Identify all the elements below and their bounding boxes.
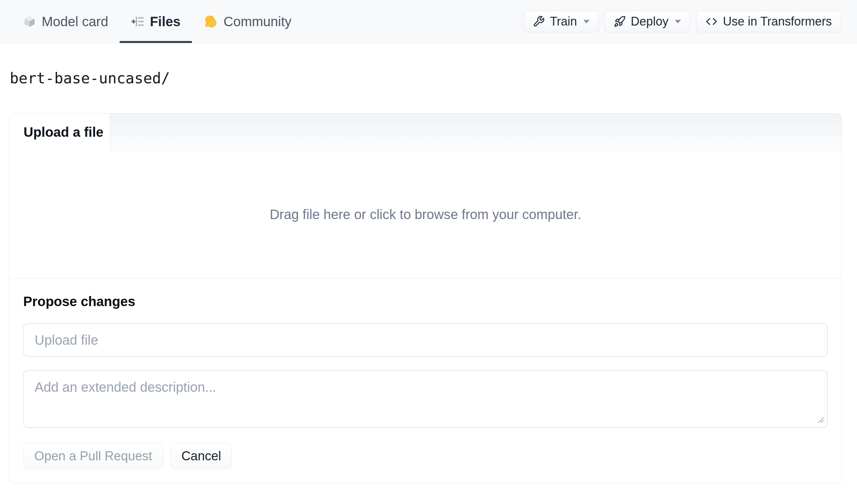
use-in-transformers-label: Use in Transformers bbox=[723, 14, 832, 29]
open-pull-request-label: Open a Pull Request bbox=[34, 449, 152, 463]
file-versions-icon bbox=[131, 15, 145, 28]
tab-files-label: Files bbox=[150, 14, 181, 29]
tab-community[interactable]: Community bbox=[192, 0, 303, 43]
deploy-button[interactable]: Deploy bbox=[605, 11, 690, 32]
tab-community-label: Community bbox=[223, 14, 291, 29]
waving-hand-icon bbox=[203, 14, 218, 29]
propose-changes-heading: Propose changes bbox=[23, 294, 828, 309]
upload-panel: Upload a file Drag file here or click to… bbox=[9, 113, 842, 484]
open-pull-request-button[interactable]: Open a Pull Request bbox=[23, 443, 163, 469]
propose-changes-section: Propose changes Open a Pull Request Canc… bbox=[10, 279, 842, 483]
train-button-label: Train bbox=[550, 14, 577, 29]
description-field-wrap bbox=[23, 370, 828, 428]
breadcrumb[interactable]: bert-base-uncased/ bbox=[10, 68, 170, 88]
train-button[interactable]: Train bbox=[524, 11, 599, 32]
textarea-resize-grip-icon[interactable] bbox=[816, 415, 824, 425]
dropzone-text: Drag file here or click to browse from y… bbox=[270, 207, 581, 222]
cancel-button[interactable]: Cancel bbox=[171, 443, 232, 469]
repo-nav-tabs: Model card Files bbox=[12, 0, 303, 43]
repo-action-buttons: Train Deploy Use in Tran bbox=[524, 0, 841, 43]
deploy-button-label: Deploy bbox=[631, 14, 669, 29]
cancel-label: Cancel bbox=[182, 449, 221, 463]
tab-files[interactable]: Files bbox=[120, 0, 192, 43]
rocket-icon bbox=[614, 15, 626, 28]
code-icon bbox=[705, 15, 718, 28]
tab-upload-a-file[interactable]: Upload a file bbox=[10, 114, 110, 151]
tab-model-card-label: Model card bbox=[42, 14, 108, 29]
extended-description-textarea[interactable] bbox=[23, 370, 828, 428]
cube-icon bbox=[23, 15, 36, 28]
upload-file-input[interactable] bbox=[23, 323, 828, 357]
propose-actions: Open a Pull Request Cancel bbox=[23, 443, 828, 469]
top-navbar: Model card Files bbox=[0, 0, 857, 43]
wrench-icon bbox=[533, 15, 545, 28]
file-dropzone[interactable]: Drag file here or click to browse from y… bbox=[10, 151, 842, 279]
upload-panel-tabstrip: Upload a file bbox=[10, 114, 842, 151]
chevron-down-icon bbox=[675, 20, 681, 23]
use-in-transformers-button[interactable]: Use in Transformers bbox=[696, 11, 841, 32]
chevron-down-icon bbox=[584, 20, 589, 23]
tab-model-card[interactable]: Model card bbox=[12, 0, 120, 43]
tab-upload-a-file-label: Upload a file bbox=[23, 125, 103, 140]
